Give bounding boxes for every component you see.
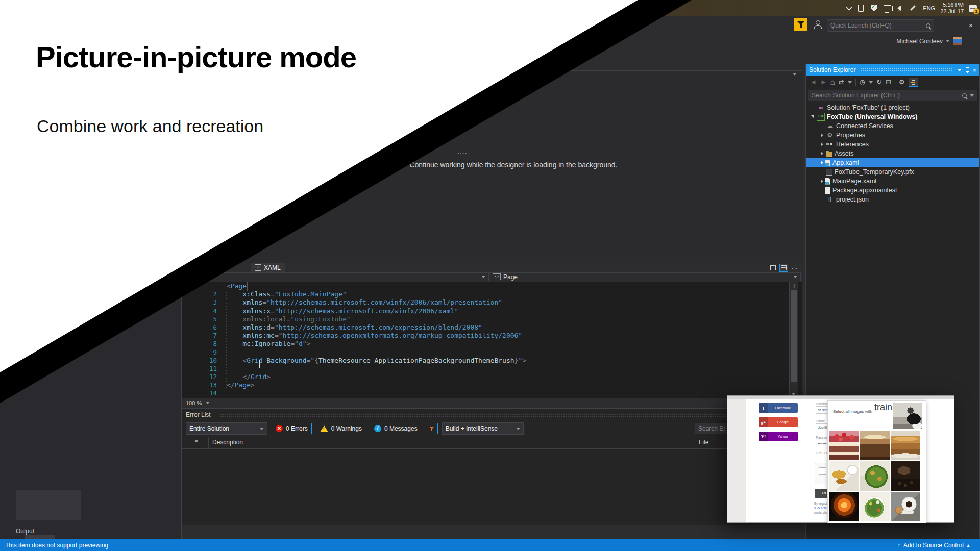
split-vertical-button[interactable] — [769, 264, 777, 272]
breadcrumb-document-combo[interactable] — [182, 272, 489, 281]
solution-explorer-search-input[interactable]: Search Solution Explorer (Ctrl+;) — [808, 90, 977, 101]
properties-wrench-icon[interactable]: ⚙ — [899, 78, 905, 86]
code-line[interactable]: 1<Page — [182, 282, 802, 290]
tree-item-app-xaml[interactable]: App.xaml — [806, 158, 979, 167]
code-line[interactable]: 10 <Grid Background="{ThemeResource Appl… — [182, 357, 802, 365]
code-line[interactable]: 8 mc:Ignorable="d"> — [182, 340, 802, 348]
add-to-source-control[interactable]: ↑ Add to Source Control ▴ — [897, 542, 970, 549]
network-monitor-icon[interactable] — [883, 5, 891, 12]
code-line[interactable]: 13</Page> — [182, 381, 802, 389]
solution-explorer-titlebar[interactable]: Solution Explorer × — [806, 64, 979, 76]
code-line[interactable]: 5 xmlns:local="using:FoxTube" — [182, 315, 802, 323]
tree-item-properties[interactable]: ⚙Properties — [806, 131, 979, 140]
expander-closed-icon[interactable] — [820, 152, 824, 156]
code-line[interactable]: 11 — [182, 365, 802, 373]
captcha-cell-cake[interactable] — [829, 431, 859, 460]
yahoo-login-button[interactable]: Y! Yahoo — [759, 432, 798, 441]
tree-item-references[interactable]: References — [806, 140, 979, 149]
errors-filter-button[interactable]: ✕ 0 Errors — [272, 423, 312, 434]
code-line[interactable]: 7 xmlns:mc="http://schemas.openxmlformat… — [182, 332, 802, 340]
tree-item-project-foxtube[interactable]: C#FoxTube (Universal Windows) — [806, 112, 979, 121]
tray-chevron-icon[interactable] — [846, 4, 852, 11]
speaker-icon[interactable] — [896, 5, 904, 12]
pin-icon[interactable] — [965, 67, 969, 73]
captcha-cell-salad[interactable] — [860, 461, 890, 491]
chevron-down-icon[interactable] — [869, 81, 873, 84]
code-line[interactable]: 4 xmlns:x="http://schemas.microsoft.com/… — [182, 307, 802, 315]
pen-icon[interactable] — [910, 5, 918, 12]
split-horizontal-button[interactable] — [779, 264, 788, 272]
close-button[interactable]: × — [965, 20, 977, 31]
language-indicator[interactable]: ENG — [923, 5, 935, 11]
tree-item-assets[interactable]: Assets — [806, 149, 979, 158]
intellisense-filter-button[interactable] — [426, 423, 438, 434]
refresh-icon[interactable]: ↻ — [876, 78, 882, 86]
expander-closed-icon[interactable] — [820, 179, 824, 183]
expander-closed-icon[interactable] — [820, 133, 824, 137]
avatar[interactable] — [953, 37, 962, 45]
tab-output[interactable]: Output — [16, 528, 34, 535]
code-line[interactable]: 3 xmlns="http://schemas.microsoft.com/wi… — [182, 298, 802, 307]
code-editor[interactable]: 1<Page2 x:Class="FoxTube.MainPage"3 xmln… — [181, 282, 802, 398]
messages-filter-button[interactable]: i 0 Messages — [370, 423, 422, 434]
pip-window[interactable]: f Facebook g+ Google Y! Yahoo Userna dr … — [727, 395, 954, 523]
code-line[interactable]: 2 x:Class="FoxTube.MainPage" — [182, 290, 802, 298]
captcha-cell-coffee[interactable] — [891, 492, 920, 521]
chevron-down-icon[interactable] — [958, 69, 962, 71]
collapse-all-icon[interactable]: ⊟ — [886, 78, 891, 86]
expander-open-icon[interactable] — [811, 115, 815, 119]
scope-filter-combo[interactable]: Entire Solution — [186, 422, 267, 435]
usb-icon[interactable] — [856, 5, 865, 12]
back-icon[interactable]: ◄ — [810, 78, 817, 86]
captcha-cell-salad2[interactable] — [860, 492, 890, 521]
code-line[interactable]: 9 — [182, 348, 802, 357]
severity-column-icon[interactable]: ⚑ — [194, 439, 199, 444]
captcha-cell-beans[interactable] — [891, 461, 920, 491]
expander-closed-icon[interactable] — [820, 142, 824, 146]
scrollbar-thumb[interactable] — [791, 290, 797, 382]
minimize-button[interactable]: – — [933, 20, 945, 31]
home-icon[interactable]: ⌂ — [830, 78, 835, 86]
editor-vertical-scrollbar[interactable]: ✛ ▼ — [789, 282, 798, 398]
splitter-grip-icon[interactable]: ✛ — [791, 283, 797, 289]
collapse-pane-button[interactable]: ⌄⌄ — [790, 264, 799, 272]
google-login-button[interactable]: g+ Google — [759, 417, 798, 427]
pending-changes-icon[interactable]: ◷ — [860, 78, 865, 86]
build-filter-combo[interactable]: Build + IntelliSense — [442, 422, 524, 435]
tree-item-project-json[interactable]: {}project.json — [806, 195, 979, 204]
tree-item-connected-services[interactable]: ☁Connected Services — [806, 121, 979, 131]
captcha-cell-lamp[interactable] — [829, 492, 859, 521]
warnings-filter-button[interactable]: 0 Warnings — [316, 423, 366, 434]
signed-in-user[interactable]: Michael Gordeev — [896, 37, 962, 45]
chevron-down-icon[interactable] — [848, 81, 852, 84]
breadcrumb-element-combo[interactable]: <> Page — [489, 272, 801, 281]
captcha-cell-breakfast[interactable] — [829, 461, 859, 491]
zoom-control[interactable]: 100 % — [182, 400, 220, 406]
action-center-icon[interactable] — [969, 5, 977, 12]
code-line[interactable]: 6 xmlns:d="http://schemas.microsoft.com/… — [182, 323, 802, 332]
send-feedback-icon[interactable] — [814, 20, 822, 29]
close-icon[interactable]: × — [972, 66, 976, 74]
tree-item-foxtube-temporarykey-pfx[interactable]: FoxTube_TemporaryKey.pfx — [806, 167, 979, 177]
code-line[interactable]: 12 </Grid> — [182, 373, 802, 381]
tree-item-package-appxmanifest[interactable]: Package.appxmanifest — [806, 186, 979, 195]
facebook-login-button[interactable]: f Facebook — [759, 403, 798, 413]
tree-item-solution-foxtube[interactable]: ∞Solution 'FoxTube' (1 project) — [806, 103, 979, 112]
feedback-flag-icon[interactable] — [794, 18, 807, 31]
restore-button[interactable] — [948, 20, 961, 31]
expander-closed-icon[interactable] — [820, 161, 824, 165]
clock[interactable]: 5:16 PM 22-Jul-17 — [940, 2, 964, 15]
column-description[interactable]: Description — [212, 439, 243, 446]
tab-xaml[interactable]: ⁘ XAML — [251, 263, 285, 272]
defender-shield-icon[interactable] — [870, 5, 878, 12]
column-file[interactable]: File — [699, 439, 708, 446]
code-line[interactable]: 14 — [182, 389, 802, 397]
tree-item-mainpage-xaml[interactable]: MainPage.xaml — [806, 177, 979, 186]
sync-with-active-document-icon[interactable]: ⇄ — [839, 78, 844, 86]
captcha-cell-pancakes[interactable] — [891, 431, 920, 460]
designer-dropdown-icon[interactable] — [793, 73, 797, 76]
quick-launch-input[interactable]: Quick Launch (Ctrl+Q) — [827, 19, 934, 32]
forward-icon[interactable]: ► — [820, 78, 827, 86]
legal-link[interactable]: IGN Use — [814, 506, 827, 510]
show-all-files-button[interactable] — [909, 78, 918, 87]
